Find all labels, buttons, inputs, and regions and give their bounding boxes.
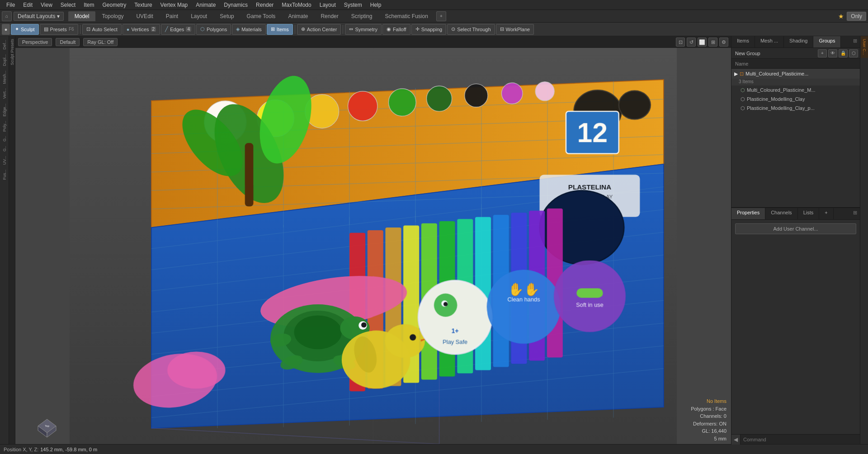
deformers-status: Deformers: ON xyxy=(691,420,726,428)
menu-render[interactable]: Render xyxy=(252,1,277,9)
edge-tab-user-channels[interactable]: User C... xyxy=(861,36,868,58)
sculpt-button[interactable]: ✦ Sculpt xyxy=(11,24,39,35)
model-svg: 12 PLASTELINA MODELLING CLAY xyxy=(15,48,731,444)
new-group-label: New Group xyxy=(735,51,760,56)
viewport-shading-button[interactable]: Default xyxy=(56,38,80,46)
vp-reset-icon[interactable]: ↺ xyxy=(687,38,696,47)
snapping-icon: ✛ xyxy=(415,26,420,32)
svg-text:PLASTELINA: PLASTELINA xyxy=(568,183,611,191)
edges-button[interactable]: ╱ Edges 4 xyxy=(161,24,195,35)
menu-texture[interactable]: Texture xyxy=(131,1,156,9)
tab-scripting[interactable]: Scripting xyxy=(345,11,379,21)
default-layouts-button[interactable]: Default Layouts ▾ xyxy=(14,12,64,21)
command-input[interactable] xyxy=(741,437,860,442)
rp-mesh-icon[interactable]: ⬡ xyxy=(849,49,858,57)
tab-animate[interactable]: Animate xyxy=(282,11,314,21)
rp-group-item[interactable]: ▶ ⊡ Multi_Coloured_Plasticime... xyxy=(731,69,860,79)
sidebar-tab-edge[interactable]: Edge... xyxy=(1,102,8,118)
sidebar-tab-def[interactable]: Def... xyxy=(1,38,8,52)
vertices-icon: ● xyxy=(127,27,130,32)
rp-bottom-expand[interactable]: ⊞ xyxy=(850,208,860,219)
tab-setup[interactable]: Setup xyxy=(213,11,240,21)
presets-button[interactable]: ▤ Presets F6 xyxy=(40,24,78,35)
symmetry-button[interactable]: ⇔ Symmetry xyxy=(345,24,382,35)
rp-tab-groups[interactable]: Groups xyxy=(813,36,841,47)
rp-tab-shading[interactable]: Shading xyxy=(784,36,813,47)
workplane-button[interactable]: ⊟ WorkPlane xyxy=(496,24,534,35)
rp-tab-plus[interactable]: + xyxy=(819,208,833,219)
menu-animate[interactable]: Animate xyxy=(192,1,219,9)
add-layout-button[interactable]: + xyxy=(436,11,446,21)
menu-vertex-map[interactable]: Vertex Map xyxy=(157,1,192,9)
vertices-button[interactable]: ● Vertices 2 xyxy=(123,24,160,35)
action-center-icon: ⊕ xyxy=(301,26,305,32)
viewport-ray-button[interactable]: Ray GL: Off xyxy=(83,38,118,46)
menu-system[interactable]: System xyxy=(340,1,366,9)
rp-plus-icon[interactable]: + xyxy=(818,49,827,57)
menu-item[interactable]: Item xyxy=(80,1,98,9)
svg-point-70 xyxy=(294,315,341,349)
command-arrow-left[interactable]: ◀ xyxy=(731,435,741,445)
svg-point-49 xyxy=(535,82,554,101)
rp-eye-icon[interactable]: 👁 xyxy=(828,49,837,57)
menu-view[interactable]: View xyxy=(37,1,56,9)
rp-sub-item-0[interactable]: ⬡ Multi_Coloured_Plasticine_M... xyxy=(731,85,860,95)
menu-maxtomode[interactable]: MaxToModo xyxy=(278,1,315,9)
vp-expand-icon[interactable]: ⊞ xyxy=(708,38,717,47)
sidebar-tab-uv[interactable]: UV... xyxy=(1,154,8,166)
menu-file[interactable]: File xyxy=(3,1,19,9)
sidebar-tab-dupl[interactable]: Dupl... xyxy=(1,52,8,68)
tab-game-tools[interactable]: Game Tools xyxy=(241,11,282,21)
vp-settings-icon[interactable]: ⚙ xyxy=(719,38,728,47)
group-label: Multi_Coloured_Plasticime... xyxy=(745,71,808,76)
svg-point-73 xyxy=(361,322,367,327)
rp-items-list[interactable]: ▶ ⊡ Multi_Coloured_Plasticime... 3 Items… xyxy=(731,69,860,207)
tab-paint[interactable]: Paint xyxy=(160,11,184,21)
menu-dynamics[interactable]: Dynamics xyxy=(220,1,251,9)
rp-tab-mesh[interactable]: Mesh ... xyxy=(755,36,784,47)
tab-topology[interactable]: Topology xyxy=(95,11,130,21)
vp-fit-icon[interactable]: ⊡ xyxy=(676,38,685,47)
falloff-button[interactable]: ◉ Falloff xyxy=(382,24,410,35)
rp-tab-items[interactable]: Items xyxy=(731,36,755,47)
svg-point-35 xyxy=(619,91,651,119)
sidebar-tab-mesh[interactable]: Mesh... xyxy=(1,69,8,86)
menu-layout[interactable]: Layout xyxy=(316,1,340,9)
action-center-button[interactable]: ⊕ Action Center xyxy=(297,24,341,35)
only-button[interactable]: Only xyxy=(847,12,866,21)
tab-schematic-fusion[interactable]: Schematic Fusion xyxy=(378,11,434,21)
menu-select[interactable]: Select xyxy=(57,1,79,9)
tab-model[interactable]: Model xyxy=(68,11,96,21)
rp-sub-item-2[interactable]: ⬡ Plasticine_Modelling_Clay_p... xyxy=(731,104,860,113)
layout-icon-home[interactable]: ⌂ xyxy=(2,11,12,21)
rp-top-expand[interactable]: ⊞ xyxy=(850,36,860,47)
menu-help[interactable]: Help xyxy=(367,1,385,9)
menu-edit[interactable]: Edit xyxy=(19,1,36,9)
left-sidebar: Def... Dupl... Mesh... Vert... Edge... P… xyxy=(0,36,9,444)
viewport-type-button[interactable]: Perspective xyxy=(18,38,52,46)
select-through-button[interactable]: ⊙ Select Through xyxy=(447,24,495,35)
tab-layout[interactable]: Layout xyxy=(184,11,213,21)
tab-uvedit[interactable]: UVEdit xyxy=(130,11,159,21)
sidebar-tab-g1[interactable]: G.. xyxy=(1,134,8,143)
rp-tab-channels[interactable]: Channels xyxy=(765,208,797,219)
sidebar-tab-fus[interactable]: Fus... xyxy=(1,168,8,182)
sidebar-tab-vert[interactable]: Vert... xyxy=(1,86,8,101)
nav-cube[interactable]: Top xyxy=(33,412,61,440)
auto-select-button[interactable]: ⊡ Auto Select xyxy=(82,24,122,35)
sidebar-tab-poly[interactable]: Poly... xyxy=(1,119,8,133)
materials-button[interactable]: ◈ Materials xyxy=(232,24,266,35)
menu-geometry[interactable]: Geometry xyxy=(99,1,130,9)
snapping-button[interactable]: ✛ Snapping xyxy=(411,24,447,35)
rp-tab-properties[interactable]: Properties xyxy=(731,208,765,219)
add-user-channel-button[interactable]: Add User Channel... xyxy=(735,223,856,234)
rp-tab-lists[interactable]: Lists xyxy=(798,208,820,219)
viewport[interactable]: Perspective Default Ray GL: Off ⊡ ↺ ⬜ ⊞ … xyxy=(15,36,731,444)
tab-render[interactable]: Render xyxy=(314,11,344,21)
vp-frame-icon[interactable]: ⬜ xyxy=(698,38,707,47)
rp-lock-icon[interactable]: 🔒 xyxy=(839,49,848,57)
sidebar-tab-g2[interactable]: G.. xyxy=(1,144,8,153)
polygons-button[interactable]: ⬡ Polygons xyxy=(196,24,231,35)
items-button[interactable]: ⊞ Items xyxy=(267,24,293,35)
rp-sub-item-1[interactable]: ⬡ Plasticine_Modelling_Clay xyxy=(731,95,860,104)
